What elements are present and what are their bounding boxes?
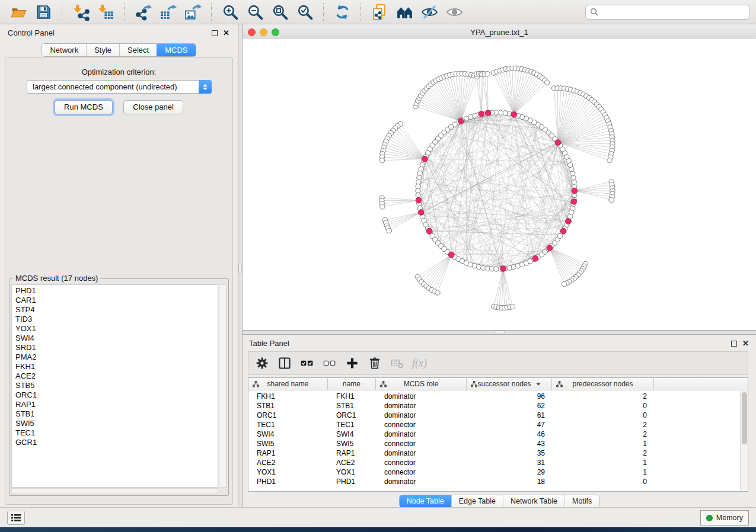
network-mcds-node[interactable] (485, 110, 491, 116)
table-row[interactable]: STB1STB1dominator620 (248, 401, 739, 411)
tab-mcds[interactable]: MCDS (157, 44, 195, 56)
float-panel-icon[interactable] (212, 30, 218, 36)
delete-column-icon[interactable] (366, 354, 384, 372)
memory-button[interactable]: Memory (700, 510, 749, 525)
tab-network-table[interactable]: Network Table (503, 495, 564, 507)
horizontal-splitter-handle[interactable] (494, 331, 505, 334)
mcds-list-item[interactable]: YOX1 (15, 324, 218, 334)
mcds-list-item[interactable]: PHD1 (15, 286, 218, 296)
save-session-icon[interactable] (33, 2, 54, 22)
table-vscrollbar[interactable] (740, 391, 748, 491)
table-row[interactable]: PHD1PHD1dominator180 (248, 477, 739, 486)
search-input[interactable] (598, 7, 745, 17)
show-all-icon[interactable] (444, 2, 465, 22)
column-header-predecessor-nodes[interactable]: predecessor nodes (552, 378, 654, 390)
column-header-mcds-role[interactable]: MCDS role (376, 378, 467, 390)
zoom-selected-icon[interactable] (294, 2, 315, 22)
mcds-list-item[interactable]: FKH1 (15, 362, 218, 371)
first-neighbors-icon[interactable] (394, 2, 415, 22)
network-mcds-node[interactable] (449, 252, 455, 258)
table-row[interactable]: YOX1YOX1connector291 (248, 467, 739, 477)
network-leaf-node[interactable] (510, 304, 515, 309)
hide-selected-icon[interactable] (419, 2, 440, 22)
table-row[interactable]: TEC1TEC1connector472 (248, 420, 739, 430)
criterion-dropdown[interactable]: largest connected component (undirected) (27, 80, 212, 94)
column-header-shared-name[interactable]: shared name (248, 378, 328, 390)
clone-network-icon[interactable] (369, 2, 390, 22)
mcds-list-item[interactable]: SWI4 (15, 334, 218, 343)
run-mcds-button[interactable]: Run MCDS (55, 100, 113, 114)
table-settings-icon[interactable] (253, 354, 271, 372)
tab-network[interactable]: Network (42, 44, 86, 56)
mcds-list-item[interactable]: STP4 (15, 305, 218, 315)
table-row[interactable]: SWI5SWI5connector431 (248, 439, 739, 448)
add-column-icon[interactable] (343, 354, 361, 372)
mcds-result-list[interactable]: PHD1CAR1STP4TID3YOX1SWI4SRD1PMA2FKH1ACE2… (11, 284, 218, 488)
deselect-all-rows-icon[interactable] (321, 354, 339, 372)
network-leaf-node[interactable] (435, 290, 440, 295)
split-panes-icon[interactable] (276, 354, 294, 372)
network-leaf-node[interactable] (380, 204, 385, 209)
table-scrollbar-thumb[interactable] (742, 392, 747, 444)
vertical-splitter[interactable] (238, 24, 243, 507)
network-mcds-node[interactable] (500, 266, 506, 272)
column-header-successor-nodes[interactable]: successor nodes (467, 378, 552, 390)
network-mcds-node[interactable] (511, 112, 517, 118)
table-row[interactable]: ACE2ACE2connector311 (248, 458, 739, 467)
network-leaf-node[interactable] (545, 80, 550, 85)
mcds-list-item[interactable]: TEC1 (15, 428, 218, 438)
network-mcds-node[interactable] (532, 256, 538, 262)
table-row[interactable]: RAP1RAP1dominator352 (248, 448, 739, 458)
mcds-list-item[interactable]: PMA2 (15, 352, 218, 362)
export-image-icon[interactable] (182, 2, 203, 22)
close-panel-icon[interactable]: ✕ (223, 28, 229, 37)
network-leaf-node[interactable] (609, 197, 614, 202)
table-row[interactable]: SWI4SWI4dominator462 (248, 430, 739, 439)
network-canvas[interactable] (243, 39, 756, 330)
tab-motifs[interactable]: Motifs (564, 495, 599, 507)
network-mcds-node[interactable] (572, 188, 578, 194)
mcds-list-item[interactable]: GCR1 (15, 438, 218, 447)
network-mcds-node[interactable] (555, 140, 561, 146)
tab-style[interactable]: Style (86, 44, 119, 56)
network-mcds-node[interactable] (566, 219, 572, 225)
network-leaf-node[interactable] (562, 282, 567, 287)
select-all-rows-icon[interactable] (298, 354, 316, 372)
search-box[interactable] (585, 5, 750, 20)
export-network-icon[interactable] (132, 2, 154, 22)
mcds-list-item[interactable]: SRD1 (15, 343, 218, 352)
horizontal-splitter[interactable] (243, 330, 756, 335)
zoom-fit-icon[interactable] (269, 2, 291, 22)
network-leaf-node[interactable] (379, 158, 384, 163)
task-history-button[interactable] (7, 511, 25, 525)
tab-node-table[interactable]: Node Table (400, 495, 451, 507)
mcds-list-item[interactable]: SWI5 (15, 419, 218, 428)
tab-edge-table[interactable]: Edge Table (451, 495, 503, 507)
network-mcds-node[interactable] (458, 118, 464, 124)
mcds-list-item[interactable]: ORC1 (15, 390, 218, 400)
table-row[interactable]: ORC1ORC1dominator610 (248, 411, 739, 420)
network-mcds-node[interactable] (479, 111, 484, 117)
network-mcds-node[interactable] (426, 228, 432, 234)
refresh-layout-icon[interactable] (331, 2, 353, 22)
network-mcds-node[interactable] (418, 210, 424, 216)
mcds-list-item[interactable]: STB1 (15, 409, 218, 419)
network-leaf-node[interactable] (485, 72, 490, 76)
network-mcds-node[interactable] (547, 245, 553, 251)
network-mcds-node[interactable] (416, 197, 422, 203)
network-mcds-node[interactable] (571, 199, 577, 205)
mcds-list-item[interactable]: TID3 (15, 315, 218, 324)
import-table-icon[interactable] (95, 2, 116, 22)
tab-select[interactable]: Select (119, 44, 157, 56)
network-graph[interactable] (243, 39, 756, 330)
table-row[interactable]: FKH1FKH1dominator962 (248, 392, 739, 401)
network-leaf-node[interactable] (387, 228, 391, 233)
mcds-list-hscrollbar[interactable] (11, 488, 218, 493)
vertical-splitter-handle[interactable] (238, 264, 242, 273)
network-window-titlebar[interactable]: YPA_prune.txt_1 (243, 26, 756, 39)
export-table-icon[interactable] (157, 2, 178, 22)
open-session-icon[interactable] (8, 2, 29, 22)
close-panel-button[interactable]: Close panel (123, 100, 183, 114)
mcds-list-vscrollbar[interactable] (219, 284, 227, 488)
mcds-list-item[interactable]: RAP1 (15, 400, 218, 409)
